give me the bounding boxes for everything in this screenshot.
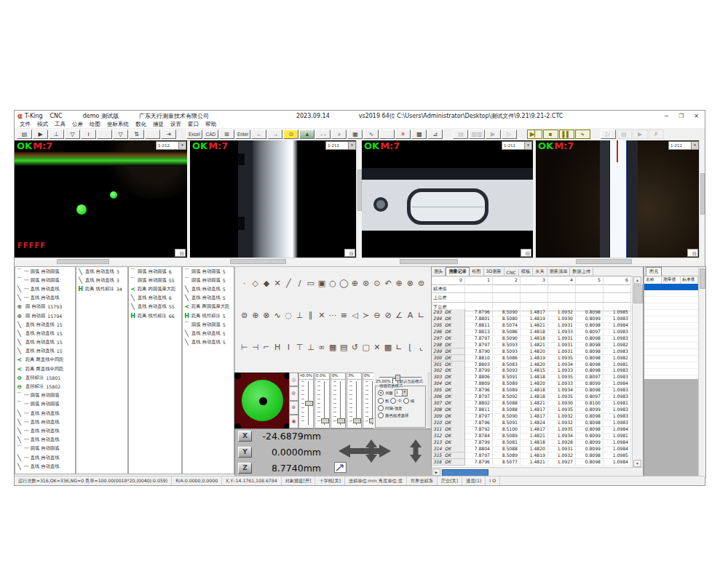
diagonal-arrow-button[interactable]: [334, 462, 347, 473]
table-row[interactable]: 310OK 7.87968.5091 1.48241.0932 0.80981.…: [432, 420, 631, 426]
camera-view-2[interactable]: OKM:7 1-212▾ ⊟: [190, 140, 362, 263]
delete-icon[interactable]: ✕: [371, 343, 382, 352]
cad-export-button[interactable]: CAD: [203, 129, 218, 139]
menu-item[interactable]: 绘图: [90, 121, 100, 128]
list-item[interactable]: ╲ *** 直线 自动直线: [15, 294, 75, 303]
menu-item[interactable]: 公差: [72, 121, 83, 128]
rect-auto-tool-icon[interactable]: ▣: [316, 279, 327, 288]
ring-inner-icon[interactable]: ◉: [289, 415, 298, 428]
menu-item[interactable]: 模式: [37, 121, 48, 128]
mid-radio[interactable]: [390, 398, 396, 404]
open-arc-tool-icon[interactable]: ≻: [360, 311, 371, 320]
play-disabled-button[interactable]: ▷: [502, 129, 517, 139]
table-row[interactable]: 297OK 7.87978.5090 1.48181.0931 0.80981.…: [432, 335, 631, 342]
menu-item[interactable]: 文件: [20, 121, 31, 128]
table-row[interactable]: 299OK 7.87908.5093 1.48201.0931 0.80981.…: [432, 348, 631, 355]
tab-element[interactable]: 图元: [646, 267, 662, 276]
scroll-up-icon[interactable]: ▲: [633, 276, 641, 284]
status-segment[interactable]: I O: [486, 477, 500, 485]
construct-tool-icon[interactable]: ◁: [349, 311, 360, 320]
magnifier-button[interactable]: ⌕: [331, 129, 347, 139]
circle-fit-tool-icon[interactable]: ⊕: [250, 311, 261, 320]
blank-slot-1[interactable]: [97, 129, 112, 139]
text-tool-icon[interactable]: A: [405, 311, 416, 320]
table-row[interactable]: 304OK 7.88098.5089 1.48201.0933 0.80991.…: [432, 380, 631, 387]
mark-y-icon[interactable]: ⌊: [405, 343, 416, 352]
toolbar-gap-4[interactable]: [591, 129, 600, 139]
circle-scan-tool-icon[interactable]: ⊛: [360, 279, 371, 288]
camera-view-4[interactable]: OKM:7 1-212▾ ⊟: [536, 140, 705, 263]
coax-radio[interactable]: [378, 405, 384, 411]
camera-2-vscrollbar[interactable]: [356, 140, 362, 258]
blank-slot-2[interactable]: [145, 129, 160, 139]
table-tab[interactable]: 测头: [432, 268, 446, 276]
list-item[interactable]: ⌒ 圆弧 自动圆弧 5: [183, 267, 234, 276]
barcode-button[interactable]: ▩: [411, 129, 427, 139]
menu-item[interactable]: 设置: [170, 121, 181, 128]
ring-light-circle[interactable]: [242, 380, 283, 421]
dim-bottom-icon[interactable]: ⊥: [305, 343, 316, 352]
table-icon[interactable]: ▩: [382, 343, 393, 352]
column-header[interactable]: 4: [548, 276, 576, 284]
camera-range-select[interactable]: 1-212▾: [325, 141, 356, 150]
light-slider[interactable]: 40.0%: [298, 372, 314, 428]
table-row[interactable]: 305OK 7.87968.5089 1.48181.0934 0.80981.…: [432, 387, 631, 394]
minus-tool-button[interactable]: - -: [315, 129, 331, 139]
column-header[interactable]: 0: [432, 276, 465, 284]
z-move-icon[interactable]: ⇅: [129, 129, 144, 139]
camera-range-select[interactable]: 1-212▾: [502, 141, 532, 150]
close-button[interactable]: ✕: [694, 113, 699, 119]
table-row[interactable]: 311OK 7.87928.5100 1.48171.0935 0.80981.…: [432, 426, 631, 433]
pattern-button[interactable]: ▦: [347, 129, 363, 139]
copy-icon[interactable]: ▤: [339, 343, 349, 352]
open2-disabled-button[interactable]: ▶: [633, 129, 648, 139]
table-row[interactable]: 标准值: [432, 284, 631, 293]
camera-range-select[interactable]: 1-212▾: [156, 141, 186, 150]
table-row[interactable]: 314OK 7.88048.5088 1.48201.0931 0.80991.…: [432, 446, 631, 453]
multi-save-button[interactable]: ▥▥: [469, 129, 484, 139]
table-row[interactable]: 309OK 7.87978.5090 1.48171.0932 0.80981.…: [432, 413, 631, 420]
menu-item[interactable]: 坐标系统: [107, 121, 129, 128]
point-tool-icon[interactable]: ·: [239, 279, 250, 288]
dim-horizontal-icon[interactable]: ⊢: [239, 343, 250, 352]
table-row[interactable]: 312OK 7.87848.5089 1.48211.0934 0.80991.…: [432, 433, 631, 439]
camera-range-select[interactable]: 1-212▾: [668, 141, 699, 150]
column-header[interactable]: 标准值: [681, 276, 698, 284]
status-segment[interactable]: X,Y:-14.1761,108.6784: [222, 477, 282, 485]
toolbar-gap-1[interactable]: [177, 129, 186, 139]
table-row[interactable]: 294OK 7.88018.5080 1.48191.0930 0.80991.…: [432, 316, 631, 322]
list-item[interactable]: ╲ 直线 自动直线 55: [129, 303, 181, 311]
status-segment[interactable]: 十字线[关]: [315, 477, 345, 485]
ring-segment-icon[interactable]: ⊛: [289, 401, 298, 415]
table-row[interactable]: 301OK 7.88038.5083 1.48201.0934 0.80981.…: [432, 362, 631, 368]
line-tool-icon[interactable]: ╱: [283, 279, 294, 288]
table-row[interactable]: 296OK 7.88138.5086 1.48181.0933 0.80971.…: [432, 329, 631, 335]
column-header[interactable]: 2: [493, 276, 521, 284]
maximize-button[interactable]: ❐: [678, 113, 684, 119]
light-bulb-button[interactable]: ⊙: [283, 129, 298, 139]
arc-auto-tool-icon[interactable]: ⊕: [394, 279, 405, 288]
open-file-icon[interactable]: ▶: [33, 129, 48, 139]
color-radio[interactable]: [378, 412, 384, 418]
dim-top-icon[interactable]: ⊤: [294, 343, 305, 352]
arrow-left-button[interactable]: ←: [251, 129, 266, 139]
selected-element-row[interactable]: [644, 284, 698, 290]
center-tool-icon[interactable]: ⊙: [371, 279, 382, 288]
list-item[interactable]: ╲ 直线 自动直线 5: [183, 329, 234, 338]
table-row[interactable]: 307OK 7.88028.5088 1.48211.0930 0.81001.…: [432, 400, 631, 407]
table-tab[interactable]: 3D测量: [484, 268, 505, 276]
jog-arrows-icon[interactable]: [337, 439, 429, 463]
parallel-tool-icon[interactable]: ∥: [305, 311, 316, 320]
menu-item[interactable]: 捕捉: [153, 121, 164, 128]
table-row[interactable]: 303OK 7.88068.5091 1.48181.0935 0.80971.…: [432, 374, 631, 380]
stage-view-icon[interactable]: ⊟: [344, 249, 355, 257]
list-item[interactable]: ⌒ *** 圆弧 自动圆弧: [15, 400, 75, 409]
table-row[interactable]: 300OK 7.88108.5086 1.48191.0935 0.80981.…: [432, 355, 631, 362]
chevron-down-icon[interactable]: ▾: [348, 142, 355, 149]
stage-view-icon[interactable]: ⊟: [175, 249, 186, 257]
undo-icon[interactable]: ↺: [349, 343, 360, 352]
excel-export-button[interactable]: Excel: [186, 129, 202, 139]
servo-select[interactable]: 1▾: [395, 389, 408, 396]
status-segment[interactable]: R/A:0.0000,0.0000: [172, 477, 222, 485]
play2-disabled-button[interactable]: ▷: [601, 129, 616, 139]
